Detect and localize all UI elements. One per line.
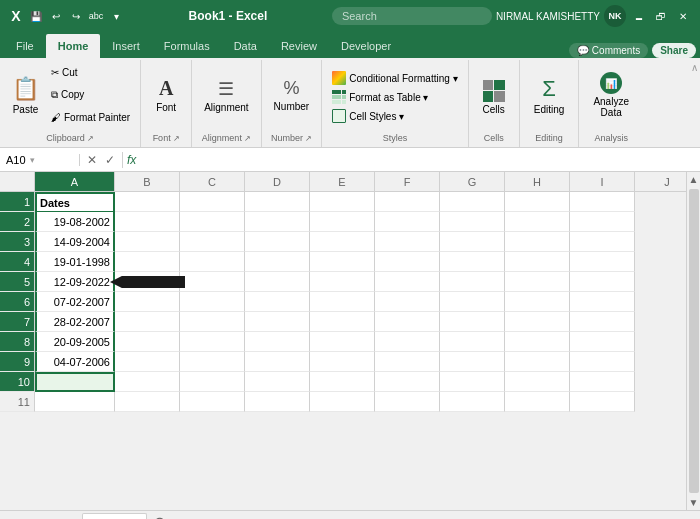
cell-a2[interactable]: 19-08-2002 <box>35 212 115 232</box>
cell-g3[interactable] <box>440 232 505 252</box>
format-as-table-button[interactable]: Format as Table ▾ <box>328 88 432 106</box>
cell-f6[interactable] <box>375 292 440 312</box>
cell-i2[interactable] <box>570 212 635 232</box>
formula-fx-button[interactable]: fx <box>123 153 140 167</box>
cell-h8[interactable] <box>505 332 570 352</box>
cell-c2[interactable] <box>180 212 245 232</box>
col-header-d[interactable]: D <box>245 172 310 191</box>
number-button[interactable]: % Number <box>268 62 316 128</box>
save-icon[interactable]: 💾 <box>28 8 44 24</box>
cell-e10[interactable] <box>310 372 375 392</box>
cell-i9[interactable] <box>570 352 635 372</box>
font-expand-icon[interactable]: ↗ <box>173 134 180 143</box>
cell-i11[interactable] <box>570 392 635 412</box>
paste-button[interactable]: 📋 Paste <box>6 62 45 128</box>
cell-i6[interactable] <box>570 292 635 312</box>
cell-b5[interactable] <box>115 272 180 292</box>
cell-i10[interactable] <box>570 372 635 392</box>
row-number-10[interactable]: 10 <box>0 372 35 392</box>
comments-button[interactable]: 💬 Comments <box>569 43 648 58</box>
cell-a4[interactable]: 19-01-1998 <box>35 252 115 272</box>
cell-f5[interactable] <box>375 272 440 292</box>
share-button[interactable]: Share <box>652 43 696 58</box>
row-number-6[interactable]: 6 <box>0 292 35 312</box>
number-expand-icon[interactable]: ↗ <box>305 134 312 143</box>
cell-g8[interactable] <box>440 332 505 352</box>
cell-e1[interactable] <box>310 192 375 212</box>
sheet-tab-sheet1[interactable]: Sheet1 <box>82 513 147 519</box>
restore-button[interactable]: 🗗 <box>652 7 670 25</box>
cell-g4[interactable] <box>440 252 505 272</box>
cell-i7[interactable] <box>570 312 635 332</box>
cell-b4[interactable] <box>115 252 180 272</box>
col-header-e[interactable]: E <box>310 172 375 191</box>
cell-e4[interactable] <box>310 252 375 272</box>
cell-d6[interactable] <box>245 292 310 312</box>
row-number-4[interactable]: 4 <box>0 252 35 272</box>
cell-g10[interactable] <box>440 372 505 392</box>
cut-button[interactable]: ✂ Cut <box>47 65 134 80</box>
tab-review[interactable]: Review <box>269 34 329 58</box>
cell-e2[interactable] <box>310 212 375 232</box>
redo-icon[interactable]: ↪ <box>68 8 84 24</box>
cell-d1[interactable] <box>245 192 310 212</box>
row-number-2[interactable]: 2 <box>0 212 35 232</box>
cell-c3[interactable] <box>180 232 245 252</box>
cell-b1[interactable] <box>115 192 180 212</box>
cell-e11[interactable] <box>310 392 375 412</box>
col-header-h[interactable]: H <box>505 172 570 191</box>
cell-g9[interactable] <box>440 352 505 372</box>
cell-styles-button[interactable]: Cell Styles ▾ <box>328 107 408 125</box>
cell-f7[interactable] <box>375 312 440 332</box>
analyze-data-button[interactable]: 📊 Analyze Data <box>585 62 637 128</box>
cell-b9[interactable] <box>115 352 180 372</box>
formula-input[interactable] <box>140 154 700 166</box>
alignment-expand-icon[interactable]: ↗ <box>244 134 251 143</box>
cell-h9[interactable] <box>505 352 570 372</box>
close-button[interactable]: ✕ <box>674 7 692 25</box>
undo-icon[interactable]: ↩ <box>48 8 64 24</box>
cell-f11[interactable] <box>375 392 440 412</box>
cell-h3[interactable] <box>505 232 570 252</box>
cell-f9[interactable] <box>375 352 440 372</box>
format-painter-button[interactable]: 🖌 Format Painter <box>47 110 134 125</box>
cell-d7[interactable] <box>245 312 310 332</box>
cell-a1[interactable]: Dates <box>35 192 115 212</box>
cell-d9[interactable] <box>245 352 310 372</box>
scroll-thumb-vertical[interactable] <box>689 189 699 493</box>
cell-d11[interactable] <box>245 392 310 412</box>
cell-d5[interactable] <box>245 272 310 292</box>
formula-confirm-icon[interactable]: ✓ <box>102 152 118 168</box>
cell-d2[interactable] <box>245 212 310 232</box>
cell-d3[interactable] <box>245 232 310 252</box>
cell-h6[interactable] <box>505 292 570 312</box>
cell-f1[interactable] <box>375 192 440 212</box>
col-header-i[interactable]: I <box>570 172 635 191</box>
cell-b7[interactable] <box>115 312 180 332</box>
cells-button[interactable]: Cells <box>475 64 513 130</box>
row-number-11[interactable]: 11 <box>0 392 35 412</box>
cell-g7[interactable] <box>440 312 505 332</box>
clipboard-expand-icon[interactable]: ↗ <box>87 134 94 143</box>
row-number-9[interactable]: 9 <box>0 352 35 372</box>
cell-g5[interactable] <box>440 272 505 292</box>
cell-b11[interactable] <box>115 392 180 412</box>
cell-f8[interactable] <box>375 332 440 352</box>
cell-f2[interactable] <box>375 212 440 232</box>
cell-i8[interactable] <box>570 332 635 352</box>
font-button[interactable]: A Font <box>147 62 185 128</box>
cell-f3[interactable] <box>375 232 440 252</box>
cell-c6[interactable] <box>180 292 245 312</box>
cell-f4[interactable] <box>375 252 440 272</box>
cell-e6[interactable] <box>310 292 375 312</box>
cell-c7[interactable] <box>180 312 245 332</box>
cell-i1[interactable] <box>570 192 635 212</box>
formula-cancel-icon[interactable]: ✕ <box>84 152 100 168</box>
minimize-button[interactable]: 🗕 <box>630 7 648 25</box>
tab-insert[interactable]: Insert <box>100 34 152 58</box>
tab-home[interactable]: Home <box>46 34 101 58</box>
cell-reference-box[interactable]: A10 ▾ <box>0 154 80 166</box>
cell-h5[interactable] <box>505 272 570 292</box>
tab-developer[interactable]: Developer <box>329 34 403 58</box>
editing-button[interactable]: Σ Editing <box>526 62 573 128</box>
